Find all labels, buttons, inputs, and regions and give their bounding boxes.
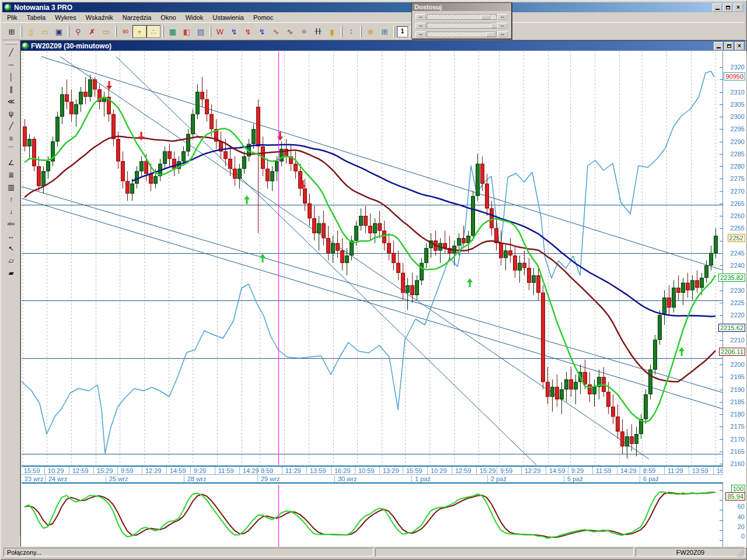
restore-button[interactable] — [723, 4, 732, 12]
menu-item-ustawienia[interactable]: Ustawienia — [208, 13, 249, 22]
zoom-button[interactable]: ⚲ — [71, 25, 85, 38]
chart-restore-button[interactable] — [724, 42, 734, 50]
time-axis-label: 15:29 — [97, 467, 113, 474]
time-axis-label: 12:29 — [525, 467, 541, 474]
slider-right-button[interactable] — [497, 32, 508, 37]
time-axis-separator — [713, 467, 714, 474]
page-1-button[interactable]: 1 — [397, 26, 408, 37]
price-tick-label: 2320 — [731, 64, 745, 71]
ruler-button[interactable]: ▭ — [99, 25, 113, 38]
fan-lines-tool[interactable]: ≪ — [4, 95, 18, 107]
toolbar-separator — [68, 26, 69, 37]
slider-right-button[interactable] — [497, 23, 508, 29]
horizontal-line-tool[interactable]: ─ — [4, 58, 18, 71]
signal-dots-button[interactable]: ∶ — [344, 25, 358, 38]
panel-layout-button[interactable]: ◧ — [180, 25, 194, 38]
vertical-channel-tool[interactable]: ||| — [4, 132, 18, 144]
arrow-down-tool[interactable]: ↓ — [4, 205, 18, 218]
dostosuj-palette[interactable]: Dostosuj — [411, 2, 512, 39]
dostosuj-slider-row — [415, 31, 508, 37]
zigzag-line-button[interactable]: ∿ — [269, 25, 283, 38]
trend-line-tool[interactable]: ╱ — [4, 46, 18, 58]
eraser-filled-tool[interactable]: ▰ — [4, 267, 18, 279]
toolbar-separator — [341, 26, 343, 37]
menu-item-pomoc[interactable]: Pomoc — [249, 13, 278, 22]
wl-indicator-button[interactable]: W — [213, 25, 227, 38]
vertical-line-tool[interactable]: │ — [4, 71, 18, 83]
text-tool[interactable]: abc — [4, 218, 18, 230]
slider-track[interactable] — [427, 23, 497, 29]
zigzag-blue-button[interactable]: ↯ — [227, 25, 241, 38]
bar-chart-button[interactable]: ılı — [297, 25, 311, 38]
slider-thumb[interactable] — [486, 32, 495, 37]
slider-track[interactable] — [427, 14, 497, 20]
pitchfork-tool[interactable]: ψ — [4, 107, 18, 120]
time-axis-separator — [142, 467, 142, 474]
zigzag-red-button[interactable]: ↯ — [241, 25, 255, 38]
slider-track[interactable] — [427, 32, 497, 37]
slider-left-button[interactable] — [416, 14, 426, 20]
fib-arcs-tool[interactable]: ⌒ — [4, 144, 18, 156]
new-chart-button[interactable]: ▯ — [24, 25, 38, 38]
slider-left-button[interactable] — [416, 32, 426, 37]
dots-mode-button[interactable]: ∴ — [146, 25, 160, 38]
resize-grip[interactable] — [737, 550, 745, 558]
toolbar-separator — [20, 26, 22, 37]
add-chart-button[interactable]: ⊞ — [378, 25, 392, 38]
gann-fan-tool[interactable]: ∠ — [4, 156, 18, 169]
save-button[interactable]: ▣ — [52, 25, 66, 38]
menu-item-wskaźnik[interactable]: Wskaźnik — [81, 13, 118, 22]
eraser-tool[interactable]: ▱ — [4, 254, 18, 267]
add-point-button[interactable]: ⊕ — [364, 25, 378, 38]
price-tick-label: 2190 — [731, 386, 745, 393]
line-chart-button[interactable]: ∿ — [283, 25, 297, 38]
slider-right-button[interactable] — [497, 14, 508, 20]
price-tick-label: 2285 — [731, 150, 745, 158]
fib-timezones-tool[interactable]: ▥ — [4, 181, 18, 193]
pointer-tool[interactable]: ↖ — [4, 242, 18, 254]
toolbar-grip[interactable] — [5, 43, 18, 44]
menu-item-plik[interactable]: Plik — [2, 13, 22, 22]
menu-item-okno[interactable]: Okno — [156, 13, 180, 22]
menu-item-narzędzia[interactable]: Narzędzia — [118, 13, 156, 22]
chart-window-titlebar[interactable]: FW20Z09 (30-minutowo) × — [20, 41, 745, 51]
chart-minimize-button[interactable] — [714, 42, 723, 50]
open-button[interactable]: ▭ — [38, 25, 52, 38]
time-axis-separator — [546, 467, 546, 474]
app-icon — [4, 4, 12, 11]
time-axis-separator — [664, 467, 665, 474]
ray-tool[interactable]: ╱ — [4, 120, 18, 132]
zigzag-blue2-button[interactable]: ↯ — [255, 25, 269, 38]
window-grid-button[interactable]: ⊞ — [5, 25, 19, 38]
app-titlebar[interactable]: Notowania 3 PRO × — [2, 2, 745, 12]
time-axis-label: 14:59 — [170, 467, 186, 474]
price-tick-label: 2280 — [731, 163, 745, 170]
time-axis-label: 13:59 — [692, 467, 708, 474]
toolbar-separator — [162, 26, 164, 37]
parallel-lines-tool[interactable]: ∥ — [4, 83, 18, 95]
values-button[interactable]: 90 — [118, 25, 132, 38]
chart-close-button[interactable]: × — [735, 42, 744, 50]
menu-item-wykres[interactable]: Wykres — [50, 13, 81, 22]
slider-thumb[interactable] — [481, 15, 490, 19]
status-instrument: FW20Z09 — [636, 548, 745, 556]
colored-list-button[interactable]: ▤ — [194, 25, 208, 38]
slider-left-button[interactable] — [416, 23, 426, 29]
dostosuj-title[interactable]: Dostosuj — [412, 3, 511, 11]
price-tick-label: 2225 — [731, 299, 745, 306]
arrow-up-tool[interactable]: ↑ — [4, 193, 18, 205]
chart-window-icon — [22, 42, 29, 50]
date-axis-label: 6 paź — [643, 475, 659, 482]
expand-horizontal-tool[interactable]: ↔ — [4, 230, 18, 242]
date-axis-separator — [106, 475, 106, 482]
fib-retracement-tool[interactable]: ≣ — [4, 169, 18, 181]
candle-chart-button[interactable]: ▮ — [325, 25, 339, 38]
crosshair-mode-button[interactable]: + — [132, 25, 146, 38]
ohlc-chart-button[interactable]: ╂╂ — [311, 25, 325, 38]
close-button[interactable]: × — [734, 4, 743, 12]
menu-item-tabela[interactable]: Tabela — [22, 13, 50, 22]
minimize-button[interactable] — [713, 4, 722, 12]
delete-button[interactable]: ✗ — [85, 25, 99, 38]
quotes-table-button[interactable]: ▦ — [166, 25, 180, 38]
menu-item-widok[interactable]: Widok — [181, 13, 208, 22]
